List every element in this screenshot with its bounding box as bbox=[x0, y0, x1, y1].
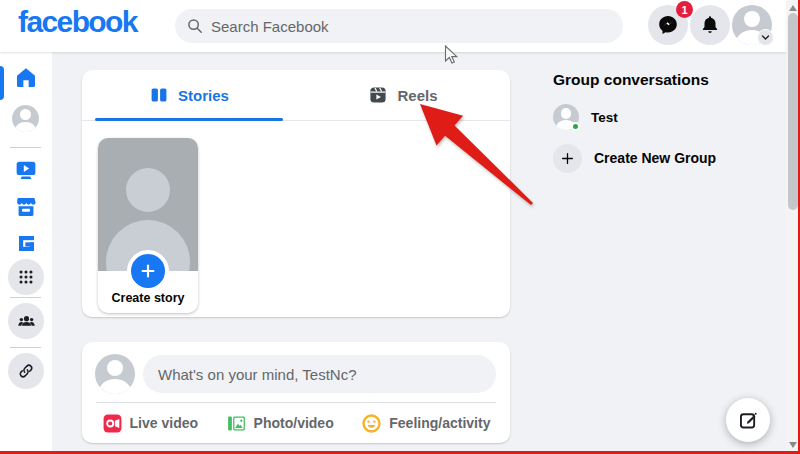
plus-icon bbox=[553, 144, 582, 173]
tab-reels[interactable]: Reels bbox=[296, 70, 510, 120]
home-icon bbox=[14, 66, 38, 90]
rail-divider bbox=[10, 297, 41, 298]
create-story-card[interactable]: Create story bbox=[98, 138, 198, 313]
sidebar-item-watch[interactable] bbox=[6, 150, 46, 190]
scrollbar-thumb[interactable] bbox=[788, 13, 798, 210]
gaming-icon bbox=[15, 232, 38, 255]
sidebar-item-profile[interactable] bbox=[12, 105, 39, 132]
compose-fab-button[interactable] bbox=[726, 398, 770, 442]
feeling-activity-icon bbox=[361, 413, 382, 434]
active-nav-indicator bbox=[0, 66, 4, 100]
plus-icon bbox=[127, 250, 169, 292]
chevron-down-icon[interactable] bbox=[757, 29, 774, 46]
composer-actions: Live video Photo/video bbox=[82, 403, 510, 443]
search-icon bbox=[187, 18, 203, 34]
photo-video-icon bbox=[226, 413, 247, 434]
photo-video-label: Photo/video bbox=[254, 415, 334, 431]
facebook-logo[interactable]: facebook bbox=[18, 5, 137, 39]
marketplace-icon bbox=[14, 195, 38, 219]
create-new-group-button[interactable]: Create New Group bbox=[546, 139, 778, 177]
post-composer: Live video Photo/video bbox=[82, 342, 510, 443]
composer-avatar[interactable] bbox=[95, 354, 135, 394]
live-video-label: Live video bbox=[130, 415, 198, 431]
sidebar-item-gaming[interactable] bbox=[6, 223, 46, 263]
sidebar-item-marketplace[interactable] bbox=[6, 187, 46, 227]
tab-reels-label: Reels bbox=[397, 87, 437, 104]
tab-stories-label: Stories bbox=[178, 87, 229, 104]
create-new-group-label: Create New Group bbox=[594, 150, 716, 166]
top-header: facebook 1 bbox=[0, 0, 800, 52]
messenger-icon bbox=[657, 14, 679, 36]
scrollbar-up-arrow-icon[interactable] bbox=[789, 5, 797, 11]
stories-reels-tabs: Stories Reels bbox=[82, 70, 510, 121]
conversation-item-test[interactable]: Test bbox=[546, 98, 778, 136]
link-icon bbox=[17, 362, 35, 380]
rail-divider bbox=[10, 147, 41, 148]
conversation-name: Test bbox=[591, 110, 618, 125]
sidebar-item-shortcuts[interactable] bbox=[8, 353, 44, 389]
create-story-label: Create story bbox=[98, 291, 198, 305]
notifications-button[interactable] bbox=[690, 5, 730, 45]
search-input[interactable] bbox=[211, 18, 611, 35]
conversation-avatar bbox=[553, 104, 579, 130]
live-video-button[interactable]: Live video bbox=[94, 408, 206, 439]
sidebar-item-home[interactable] bbox=[6, 58, 46, 98]
stories-icon bbox=[149, 85, 169, 105]
groups-icon bbox=[17, 312, 36, 331]
search-bar[interactable] bbox=[175, 9, 623, 43]
compose-pencil-icon bbox=[738, 410, 759, 431]
menu-grid-icon bbox=[17, 268, 35, 286]
watch-icon bbox=[14, 158, 38, 182]
feeling-activity-label: Feeling/activity bbox=[389, 415, 490, 431]
feeling-activity-button[interactable]: Feeling/activity bbox=[353, 408, 498, 439]
rail-divider bbox=[10, 347, 41, 348]
left-nav-rail bbox=[0, 52, 52, 454]
messenger-unread-badge: 1 bbox=[676, 1, 693, 18]
photo-video-button[interactable]: Photo/video bbox=[218, 408, 342, 439]
composer-input[interactable] bbox=[143, 355, 496, 393]
composer-input-wrap bbox=[143, 355, 496, 393]
online-status-dot bbox=[571, 122, 580, 131]
tab-stories[interactable]: Stories bbox=[82, 70, 296, 120]
group-conversations-title: Group conversations bbox=[553, 71, 709, 89]
sidebar-item-groups[interactable] bbox=[8, 303, 44, 339]
facebook-home-screen: facebook 1 bbox=[0, 0, 800, 454]
sidebar-item-menu[interactable] bbox=[8, 259, 44, 295]
live-video-icon bbox=[102, 413, 123, 434]
notifications-bell-icon bbox=[699, 14, 721, 36]
reels-icon bbox=[368, 85, 388, 105]
scrollbar-down-arrow-icon[interactable] bbox=[789, 442, 797, 448]
stories-panel: Stories Reels Create story bbox=[82, 70, 510, 317]
